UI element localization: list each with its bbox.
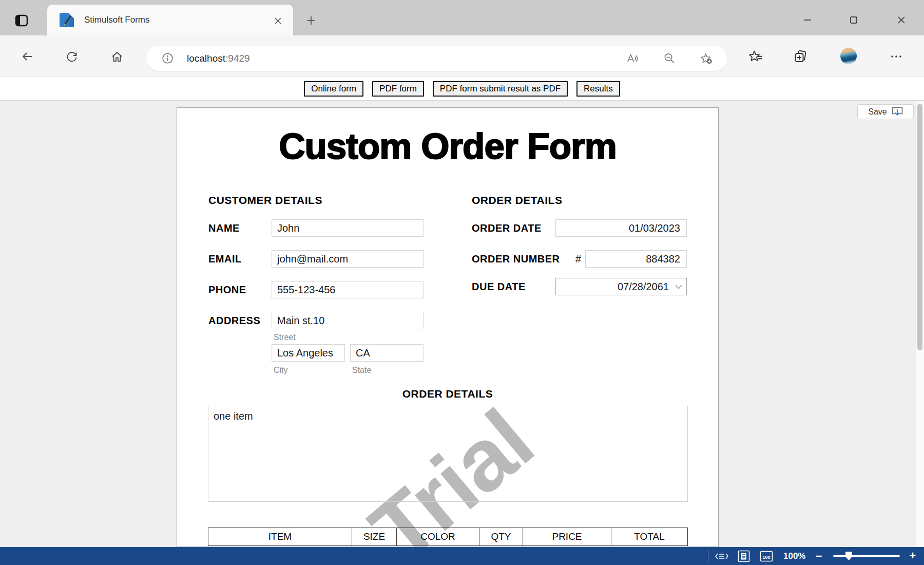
read-aloud-icon[interactable] [626,52,639,65]
tab-strip: Stimulsoft Forms [0,0,924,35]
city-caption: City [274,366,288,375]
zoom-out-page-icon[interactable] [663,52,676,65]
order-form-page: Trial Custom Order Form CUSTOMER DETAILS… [177,107,719,547]
form-nav-strip: Online form PDF form PDF form submit res… [0,77,924,101]
pdf-viewer-bottom-bar: 100 100% – + [0,547,924,565]
svg-text:100: 100 [762,554,770,559]
add-favorite-icon[interactable] [700,52,713,65]
order-number-prefix: # [575,250,581,268]
col-header-qty: QTY [479,528,523,545]
due-date-picker[interactable] [555,278,687,295]
back-button[interactable] [16,45,38,68]
order-number-input[interactable] [585,250,687,268]
phone-input[interactable] [272,281,424,298]
due-date-input[interactable] [555,278,687,295]
name-label: NAME [208,219,240,237]
home-button[interactable] [106,45,128,68]
divider [708,550,708,562]
street-input[interactable] [272,312,424,329]
col-header-total: TOTAL [611,528,688,545]
col-header-item: ITEM [208,528,352,545]
zoom-in-button[interactable]: + [908,547,918,565]
window-maximize-button[interactable] [842,10,865,30]
save-button[interactable]: Save [857,104,914,119]
email-input[interactable] [272,250,424,268]
url-text[interactable]: localhost:9429 [187,53,250,64]
collections-icon[interactable] [789,45,812,68]
col-header-color: COLOR [397,528,479,545]
due-date-label: DUE DATE [472,278,526,295]
pdf-form-submit-result-button[interactable]: PDF form submit result as PDF [433,81,568,97]
stimulsoft-favicon-icon [60,13,74,27]
vertical-scrollbar[interactable] [916,101,924,547]
col-header-size: SIZE [352,528,397,545]
col-header-price: PRICE [523,528,611,545]
scrollbar-thumb[interactable] [917,104,922,350]
divider [779,550,779,562]
street-caption: Street [274,333,296,342]
items-table-header: ITEM SIZE COLOR QTY PRICE TOTAL [208,528,688,546]
zoom-slider-thumb[interactable] [845,552,852,560]
form-viewer-area: Save Trial Custom Order Form CUSTOMER DE… [0,101,924,547]
form-title: Custom Order Form [177,125,718,167]
customer-details-heading: CUSTOMER DETAILS [208,194,322,206]
order-details-heading: ORDER DETAILS [472,194,562,206]
city-input[interactable] [272,344,345,362]
window-minimize-button[interactable] [796,10,819,30]
zoom-level-label: 100% [783,547,805,565]
order-number-label: ORDER NUMBER [472,250,560,268]
tab-title: Stimulsoft Forms [84,5,150,35]
fit-to-width-icon[interactable] [714,547,729,565]
zoom-out-button[interactable]: – [814,547,824,565]
results-button[interactable]: Results [576,81,620,97]
order-date-label: ORDER DATE [472,219,542,237]
order-items-heading: ORDER DETAILS [177,388,718,400]
browser-toolbar: localhost:9429 [0,35,924,77]
save-download-icon [892,107,903,117]
state-caption: State [352,366,371,375]
profile-avatar[interactable] [840,48,857,64]
browser-window: Stimulsoft Forms [0,0,924,565]
phone-label: PHONE [208,281,246,298]
tab-close-icon[interactable] [271,14,284,27]
name-input[interactable] [272,219,424,237]
fit-to-page-icon[interactable] [737,547,751,565]
browser-tab[interactable]: Stimulsoft Forms [47,5,293,35]
zoom-100-icon[interactable]: 100 [759,547,774,565]
zoom-slider-track[interactable] [833,555,900,557]
state-input[interactable] [350,344,424,362]
tab-actions-menu-icon[interactable] [11,11,32,30]
online-form-button[interactable]: Online form [304,81,363,97]
favorites-bar-icon[interactable] [744,45,767,68]
site-info-icon[interactable] [162,52,174,64]
order-date-input[interactable] [555,219,687,237]
window-close-button[interactable] [890,10,913,30]
order-notes-textarea[interactable]: one item [208,406,688,502]
pdf-form-button[interactable]: PDF form [372,81,424,97]
email-label: EMAIL [208,250,242,268]
address-label: ADDRESS [208,312,260,329]
address-bar[interactable]: localhost:9429 [146,46,727,71]
chevron-down-icon[interactable] [675,285,682,289]
new-tab-button[interactable] [304,13,318,28]
refresh-button[interactable] [61,45,83,68]
save-button-label: Save [868,107,887,117]
settings-menu-icon[interactable] [885,45,908,68]
